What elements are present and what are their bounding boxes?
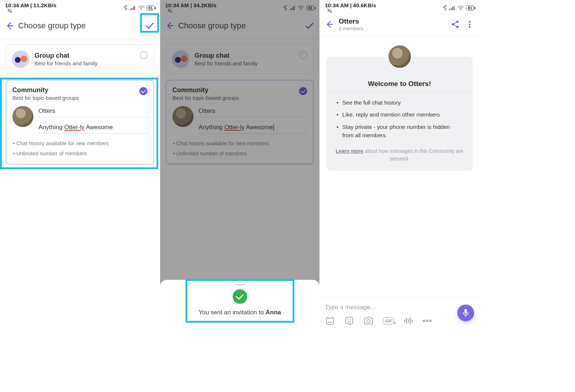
- group-chat-option[interactable]: Group chat Best for friends and family: [6, 44, 154, 73]
- message-input[interactable]: Type a message…: [323, 300, 476, 316]
- back-button[interactable]: [2, 19, 17, 33]
- wifi-icon: [457, 5, 464, 10]
- panel-2: 10:34 AM | 34.2KB/s 81 Choose group type: [160, 0, 319, 328]
- gif-icon[interactable]: GIF+: [383, 317, 394, 324]
- community-subtitle: Best for topic-based groups: [12, 95, 147, 101]
- invitation-toast: You sent an invitation to Anna: [160, 280, 319, 328]
- svg-point-3: [456, 21, 458, 23]
- svg-point-7: [469, 24, 470, 25]
- voice-message-button[interactable]: [457, 305, 474, 321]
- mic-icon: [462, 308, 469, 318]
- chat-name: Otters: [339, 17, 448, 25]
- more-button[interactable]: [462, 17, 477, 32]
- battery-icon: 81: [466, 5, 474, 11]
- status-bar: 10:34 AM | 40.6KB/s 81: [320, 0, 479, 14]
- svg-point-8: [469, 26, 470, 28]
- community-option[interactable]: Community Best for topic-based groups Ot…: [6, 80, 154, 164]
- community-features: • Chat history available for new members…: [12, 139, 147, 159]
- success-check-icon: [233, 289, 247, 304]
- svg-point-12: [423, 320, 425, 322]
- page-title: Choose group type: [17, 21, 142, 30]
- signal-icon: [130, 5, 136, 10]
- status-time: 10:34 AM: [5, 2, 29, 8]
- audio-bars-icon[interactable]: [403, 317, 413, 325]
- welcome-footer: Learn more about how messages in this Co…: [334, 147, 465, 163]
- learn-more-link[interactable]: Learn more: [336, 148, 363, 154]
- community-title: Community: [12, 86, 147, 94]
- group-chat-title: Group chat: [34, 52, 97, 60]
- sticker-smile-icon[interactable]: [344, 316, 354, 326]
- welcome-item: See the full chat history: [337, 98, 462, 107]
- welcome-avatar: [387, 44, 412, 69]
- svg-point-4: [452, 23, 454, 25]
- panel-3: 10:34 AM | 40.6KB/s 81 Otters 2 members: [319, 0, 479, 328]
- radio-selected-icon: [139, 87, 147, 95]
- svg-point-5: [456, 26, 458, 28]
- wifi-icon: [138, 5, 144, 10]
- app-bar: Choose group type: [0, 14, 160, 39]
- bluetooth-icon: [123, 5, 127, 11]
- community-name-input[interactable]: Otters: [38, 106, 147, 117]
- svg-point-10: [350, 319, 351, 320]
- welcome-item: Stay private - your phone number is hidd…: [337, 123, 462, 140]
- welcome-list: See the full chat history Like, reply an…: [334, 98, 465, 139]
- confirm-button[interactable]: [142, 18, 158, 34]
- svg-point-2: [460, 9, 461, 10]
- message-composer: Type a message… GIF+: [320, 298, 479, 328]
- more-vert-icon: [466, 20, 473, 28]
- chat-app-bar: Otters 2 members: [320, 14, 479, 36]
- svg-point-9: [348, 319, 349, 320]
- back-button[interactable]: [322, 17, 337, 32]
- status-net: 11.2KB/s: [33, 2, 56, 8]
- welcome-title: Welcome to Otters!: [334, 80, 465, 88]
- more-horiz-icon[interactable]: [422, 319, 432, 323]
- dnd-icon: [7, 8, 13, 13]
- sticker-cat-icon[interactable]: [325, 317, 335, 325]
- bluetooth-icon: [443, 5, 447, 11]
- svg-point-11: [367, 319, 370, 323]
- share-icon: [451, 20, 459, 28]
- chat-title-area[interactable]: Otters 2 members: [337, 17, 448, 31]
- status-time: 10:34 AM: [325, 2, 348, 8]
- group-chat-illustration: [12, 50, 29, 68]
- panel-1: 10:34 AM | 11.2KB/s 81 Choose group type: [0, 0, 160, 328]
- welcome-item: Like, reply and mention other members: [337, 110, 462, 119]
- community-desc-input[interactable]: Anything Otter-ly Awesome: [38, 122, 147, 134]
- community-avatar[interactable]: [12, 106, 33, 127]
- radio-unselected-icon: [140, 51, 148, 59]
- dnd-icon: [326, 8, 333, 13]
- svg-point-14: [430, 320, 432, 322]
- svg-point-6: [469, 21, 470, 23]
- signal-icon: [449, 5, 455, 10]
- status-bar: 10:34 AM | 11.2KB/s 81: [0, 0, 160, 14]
- chat-members: 2 members: [339, 26, 448, 31]
- modal-scrim[interactable]: [160, 0, 319, 328]
- welcome-card: Welcome to Otters! See the full chat his…: [326, 57, 473, 171]
- status-net: 40.6KB/s: [353, 2, 376, 8]
- svg-point-0: [141, 9, 142, 10]
- svg-point-13: [427, 320, 428, 322]
- toast-message: You sent an invitation to Anna: [160, 309, 319, 316]
- group-chat-subtitle: Best for friends and family: [34, 60, 97, 66]
- battery-icon: 81: [147, 5, 155, 11]
- svg-rect-15: [465, 309, 467, 314]
- check-icon: [144, 21, 155, 31]
- camera-icon[interactable]: [363, 317, 374, 325]
- sheet-handle-icon[interactable]: [232, 283, 248, 286]
- share-button[interactable]: [448, 17, 462, 32]
